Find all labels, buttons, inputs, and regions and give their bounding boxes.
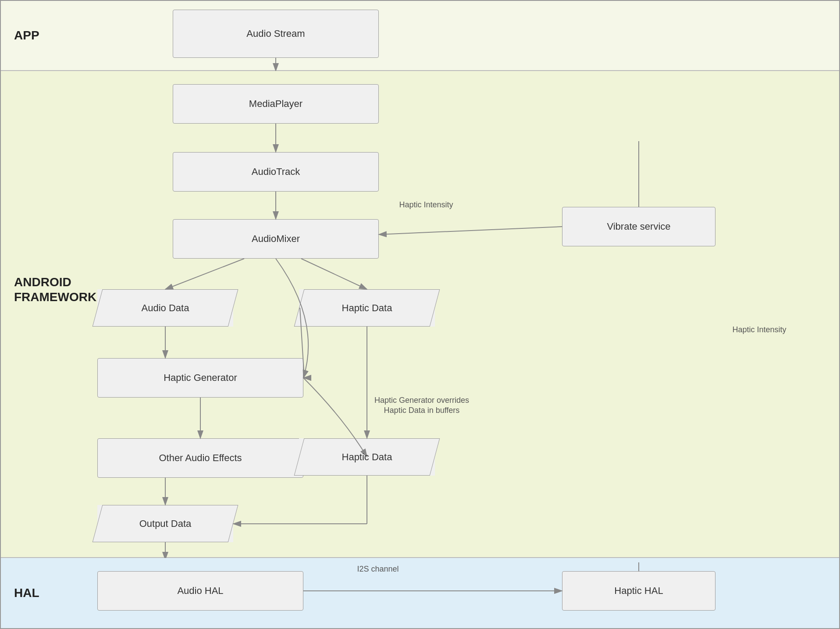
- haptic-data-2-box: Haptic Data: [299, 438, 435, 476]
- app-label: APP: [14, 28, 39, 43]
- section-app: APP Audio Stream: [1, 1, 839, 71]
- i2s-channel-label: I2S channel: [334, 565, 422, 574]
- other-audio-effects-box: Other Audio Effects: [97, 438, 303, 478]
- svg-line-8: [379, 227, 562, 235]
- audio-mixer-box: AudioMixer: [173, 219, 379, 259]
- section-framework: ANDROID FRAMEWORK MediaPlayer AudioTrack…: [1, 71, 839, 558]
- haptic-hal-box: Haptic HAL: [562, 571, 715, 611]
- output-data-box: Output Data: [97, 505, 233, 542]
- section-hal: HAL Audio HAL Haptic HAL I2S channel: [1, 558, 839, 628]
- audio-stream-box: Audio Stream: [173, 10, 379, 58]
- haptic-generator-box: Haptic Generator: [97, 358, 303, 398]
- vibrate-service-box: Vibrate service: [562, 207, 715, 246]
- audio-hal-box: Audio HAL: [97, 571, 303, 611]
- hal-label: HAL: [14, 586, 39, 601]
- app-arrows: [1, 1, 839, 70]
- framework-label: ANDROID FRAMEWORK: [14, 275, 96, 304]
- haptic-data-1-box: Haptic Data: [299, 289, 435, 327]
- haptic-generator-overrides-label: Haptic Generator overrides Haptic Data i…: [358, 395, 485, 416]
- media-player-box: MediaPlayer: [173, 84, 379, 124]
- haptic-intensity-label-1: Haptic Intensity: [382, 200, 470, 210]
- audio-track-box: AudioTrack: [173, 152, 379, 192]
- diagram-container: APP Audio Stream ANDROID FRAMEWORK Media…: [0, 0, 840, 629]
- haptic-intensity-label-2: Haptic Intensity: [715, 325, 803, 334]
- svg-line-6: [165, 259, 244, 289]
- svg-line-7: [301, 259, 367, 289]
- audio-data-box: Audio Data: [97, 289, 233, 327]
